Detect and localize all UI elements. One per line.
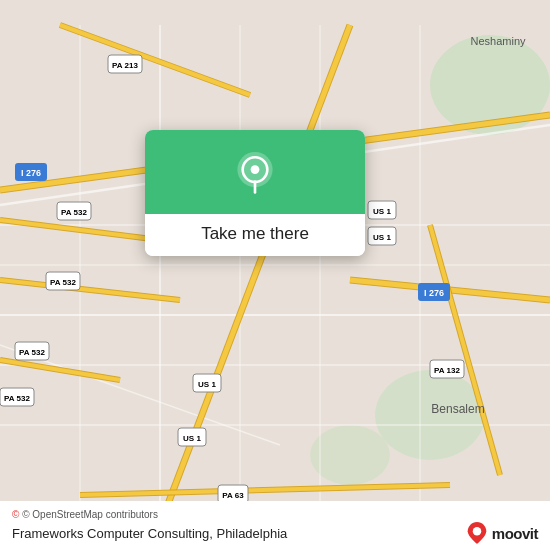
svg-text:PA 532: PA 532 xyxy=(19,348,45,357)
svg-text:US 1: US 1 xyxy=(183,434,201,443)
svg-text:Neshaminy: Neshaminy xyxy=(470,35,526,47)
svg-text:PA 132: PA 132 xyxy=(434,366,460,375)
osm-credit-text: © OpenStreetMap contributors xyxy=(22,509,158,520)
bottom-info-row: Frameworks Computer Consulting, Philadel… xyxy=(12,522,538,544)
svg-text:PA 532: PA 532 xyxy=(61,208,87,217)
svg-text:I 276: I 276 xyxy=(424,288,444,298)
map-background: I 276 I 276 US 1 US 1 US 1 US 1 PA 213 P… xyxy=(0,0,550,550)
svg-text:US 1: US 1 xyxy=(373,233,391,242)
map-container: I 276 I 276 US 1 US 1 US 1 US 1 PA 213 P… xyxy=(0,0,550,550)
svg-point-64 xyxy=(251,165,260,174)
bottom-bar: © © OpenStreetMap contributors Framework… xyxy=(0,501,550,550)
svg-text:PA 63: PA 63 xyxy=(222,491,244,500)
svg-text:PA 532: PA 532 xyxy=(4,394,30,403)
location-label: Frameworks Computer Consulting, Philadel… xyxy=(12,526,287,541)
moovit-pin-icon xyxy=(466,522,488,544)
svg-text:PA 213: PA 213 xyxy=(112,61,138,70)
svg-text:US 1: US 1 xyxy=(373,207,391,216)
svg-text:Bensalem: Bensalem xyxy=(431,402,484,416)
location-popup: Take me there xyxy=(145,130,365,256)
svg-point-65 xyxy=(473,527,481,535)
copyright-symbol: © xyxy=(12,509,19,520)
take-me-there-button[interactable]: Take me there xyxy=(145,214,365,256)
popup-green-section xyxy=(145,130,365,214)
svg-text:PA 532: PA 532 xyxy=(50,278,76,287)
moovit-label: moovit xyxy=(492,525,538,542)
svg-point-3 xyxy=(310,425,390,485)
location-pin-icon xyxy=(233,152,277,196)
moovit-logo: moovit xyxy=(466,522,538,544)
svg-text:US 1: US 1 xyxy=(198,380,216,389)
osm-credit: © © OpenStreetMap contributors xyxy=(12,509,538,520)
svg-text:I 276: I 276 xyxy=(21,168,41,178)
